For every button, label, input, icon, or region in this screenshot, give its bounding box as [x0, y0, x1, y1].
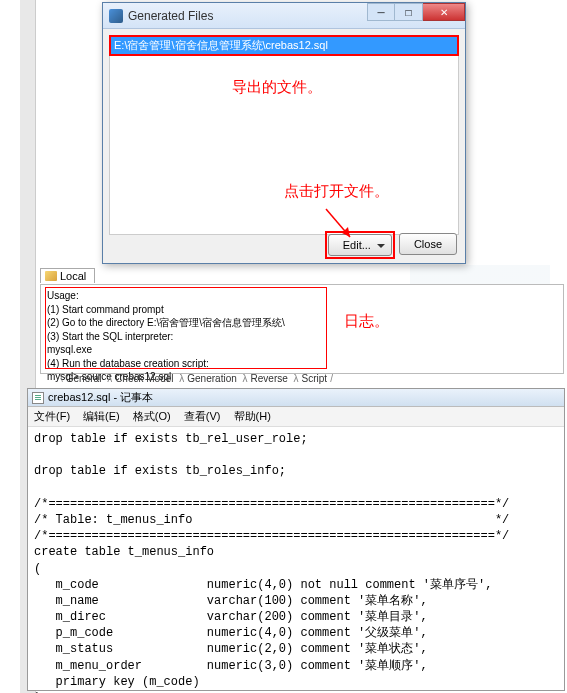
tab-reverse[interactable]: Reverse: [248, 373, 291, 384]
dialog-title: Generated Files: [128, 9, 367, 23]
local-tab[interactable]: Local: [40, 268, 95, 283]
arrow-icon: [322, 205, 358, 245]
folder-icon: [45, 271, 57, 281]
generated-files-dialog: Generated Files ─ □ ✕ E:\宿舍管理\宿舍信息管理系统\c…: [102, 2, 466, 264]
notepad-menubar: 文件(F) 编辑(E) 格式(O) 查看(V) 帮助(H): [28, 407, 564, 427]
menu-view[interactable]: 查看(V): [184, 410, 221, 422]
minimize-button[interactable]: ─: [367, 3, 395, 21]
tab-check-model[interactable]: Check Model: [112, 373, 176, 384]
dialog-titlebar[interactable]: Generated Files ─ □ ✕: [103, 3, 465, 29]
menu-edit[interactable]: 编辑(E): [83, 410, 120, 422]
menu-file[interactable]: 文件(F): [34, 410, 70, 422]
menu-help[interactable]: 帮助(H): [234, 410, 271, 422]
output-tabs: \General λCheck Model λGeneration λRever…: [60, 373, 333, 384]
maximize-button[interactable]: □: [395, 3, 423, 21]
log-highlight-box: [45, 287, 327, 369]
log-panel: Usage: (1) Start command prompt (2) Go t…: [40, 284, 564, 374]
dialog-icon: [109, 9, 123, 23]
menu-format[interactable]: 格式(O): [133, 410, 171, 422]
notepad-icon: [32, 392, 44, 404]
notepad-title-text: crebas12.sql - 记事本: [48, 390, 153, 405]
file-list: E:\宿舍管理\宿舍信息管理系统\crebas12.sql: [109, 35, 459, 235]
close-button[interactable]: Close: [399, 233, 457, 255]
tab-generation[interactable]: Generation: [184, 373, 239, 384]
annotation-log: 日志。: [344, 312, 389, 331]
close-window-button[interactable]: ✕: [423, 3, 465, 21]
notepad-content[interactable]: drop table if exists tb_rel_user_role; d…: [28, 427, 564, 693]
notepad-window: crebas12.sql - 记事本 文件(F) 编辑(E) 格式(O) 查看(…: [27, 388, 565, 691]
tab-general[interactable]: General: [63, 373, 105, 384]
file-list-item[interactable]: E:\宿舍管理\宿舍信息管理系统\crebas12.sql: [110, 36, 458, 55]
notepad-titlebar[interactable]: crebas12.sql - 记事本: [28, 389, 564, 407]
tab-script[interactable]: Script: [299, 373, 331, 384]
annotation-exported-file: 导出的文件。: [232, 78, 322, 97]
local-tab-label: Local: [60, 270, 86, 282]
annotation-click-open: 点击打开文件。: [284, 182, 389, 201]
